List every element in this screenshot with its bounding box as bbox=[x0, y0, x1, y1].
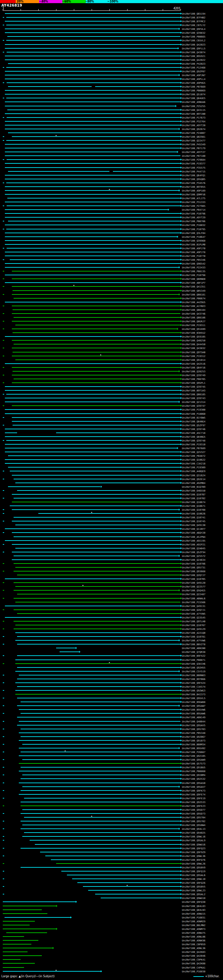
hit-label[interactable]: UniRef100_C6SVL2 bbox=[182, 39, 205, 42]
hit-bar[interactable] bbox=[3, 192, 180, 196]
hit-label[interactable]: UniRef100_A9NL06 bbox=[182, 935, 205, 938]
hit-label[interactable]: UniRef100_Q8GRJ7 bbox=[182, 320, 205, 323]
hit-bar[interactable] bbox=[3, 412, 180, 416]
hit-bar[interactable] bbox=[3, 816, 180, 819]
hit-label[interactable]: UniRef100_Q9SAW9 bbox=[182, 759, 205, 761]
hit-bar[interactable] bbox=[3, 827, 180, 831]
hit-label[interactable]: UniRef100_Q84NG5 bbox=[182, 436, 205, 438]
hit-label[interactable]: UniRef100_Q64FQ1 bbox=[182, 174, 205, 177]
hit-label[interactable]: UniRef100_Q9SQB5 bbox=[182, 178, 205, 181]
hit-bar[interactable] bbox=[3, 619, 180, 623]
hit-bar[interactable] bbox=[3, 216, 180, 220]
hit-bar[interactable] bbox=[3, 712, 180, 716]
hit-label[interactable]: UniRef100_A9PJ70 bbox=[182, 247, 205, 250]
hit-bar[interactable] bbox=[3, 92, 180, 96]
hit-bar[interactable] bbox=[3, 666, 180, 670]
hit-label[interactable]: UniRef100_B7FMC2 bbox=[182, 20, 205, 23]
hit-bar[interactable] bbox=[3, 489, 180, 493]
hit-label[interactable]: UniRef100_A9NM73 bbox=[182, 928, 205, 931]
hit-bar[interactable] bbox=[3, 85, 180, 89]
hit-bar[interactable] bbox=[3, 673, 180, 677]
hit-label[interactable]: UniRef100_Q84L03 bbox=[182, 905, 205, 908]
hit-label[interactable]: UniRef100_Q9SAS0 bbox=[182, 782, 205, 784]
hit-label[interactable]: UniRef100_P19300 bbox=[182, 409, 205, 411]
hit-bar[interactable] bbox=[3, 819, 180, 823]
hit-label[interactable]: UniRef100_Q3LF04 bbox=[182, 232, 205, 235]
hit-label[interactable]: UniRef100_B1Y8W5 bbox=[182, 417, 205, 419]
hit-label[interactable]: UniRef100_Q9Z105 bbox=[182, 755, 205, 757]
hit-label[interactable]: UniRef100_P06674 bbox=[182, 297, 205, 300]
hit-label[interactable]: UniRef100_Q95731 bbox=[182, 566, 205, 569]
hit-label[interactable]: UniRef100_B8V2T8 bbox=[182, 643, 205, 646]
hit-bar[interactable] bbox=[3, 247, 180, 250]
hit-label[interactable]: UniRef100_Q10708 bbox=[182, 509, 205, 511]
hit-label[interactable]: UniRef100_Q94025 bbox=[182, 832, 205, 834]
hit-label[interactable]: UniRef100_A9NUA6 bbox=[182, 101, 205, 103]
hit-label[interactable]: UniRef100_P19311 bbox=[182, 324, 205, 327]
hit-bar[interactable] bbox=[3, 512, 180, 515]
hit-bar[interactable] bbox=[3, 46, 180, 51]
hit-label[interactable]: UniRef100_A7YVW6 bbox=[182, 639, 205, 642]
hit-bar[interactable] bbox=[3, 854, 180, 858]
hit-bar[interactable] bbox=[3, 389, 180, 393]
hit-bar[interactable] bbox=[3, 100, 180, 104]
hit-bar[interactable] bbox=[3, 131, 180, 135]
hit-bar[interactable] bbox=[3, 643, 180, 646]
hit-label[interactable]: UniRef100_B9SVW6 bbox=[182, 708, 205, 711]
hit-label[interactable]: UniRef100_P18060 bbox=[182, 413, 205, 415]
hit-bar[interactable] bbox=[3, 739, 180, 743]
hit-bar[interactable] bbox=[3, 677, 180, 681]
hit-label[interactable]: UniRef100_Q107B5 bbox=[182, 578, 205, 581]
hit-label[interactable]: UniRef100_A7YVW5 bbox=[182, 612, 205, 615]
hit-bar[interactable] bbox=[3, 70, 180, 73]
hit-bar[interactable] bbox=[3, 792, 180, 797]
hit-bar[interactable] bbox=[3, 542, 180, 546]
hit-label[interactable]: UniRef100_Q9FE23 bbox=[182, 805, 205, 808]
hit-bar[interactable] bbox=[3, 150, 180, 154]
hit-bar[interactable] bbox=[3, 508, 180, 512]
hit-bar[interactable] bbox=[3, 612, 180, 616]
hit-bar[interactable] bbox=[3, 66, 180, 70]
hit-bar[interactable] bbox=[3, 585, 180, 589]
hit-bar[interactable] bbox=[3, 58, 180, 62]
hit-label[interactable]: UniRef100_Q84NG4 bbox=[182, 420, 205, 423]
hit-label[interactable]: UniRef100_Q22577 bbox=[182, 585, 205, 588]
hit-bar[interactable] bbox=[3, 23, 180, 27]
hit-bar[interactable] bbox=[3, 754, 180, 758]
hit-bar[interactable] bbox=[3, 119, 180, 123]
hit-label[interactable]: UniRef100_Q9WL10 bbox=[182, 878, 205, 881]
hit-label[interactable]: UniRef100_P29684 bbox=[182, 159, 205, 161]
hit-label[interactable]: UniRef100_Q9FLL5 bbox=[182, 47, 205, 50]
hit-bar[interactable] bbox=[3, 562, 180, 566]
hit-label[interactable]: UniRef100_Q9WL36 bbox=[182, 855, 205, 858]
hit-label[interactable]: UniRef100_Q92H55 bbox=[182, 667, 205, 669]
hit-label[interactable]: UniRef100_B9SAW6 bbox=[182, 712, 205, 715]
hit-bar[interactable] bbox=[3, 646, 180, 650]
hit-bar[interactable] bbox=[3, 458, 180, 462]
hit-bar[interactable] bbox=[3, 554, 180, 558]
hit-label[interactable]: UniRef100_Q9SAL6 bbox=[182, 874, 205, 877]
hit-label[interactable]: UniRef100_Q9WL26 bbox=[182, 862, 205, 865]
hit-bar[interactable] bbox=[3, 769, 180, 773]
hit-label[interactable]: UniRef100_Q92E14 bbox=[182, 478, 205, 481]
hit-bar[interactable] bbox=[3, 892, 180, 896]
hit-label[interactable]: UniRef100_P35575 bbox=[182, 167, 205, 169]
hit-label[interactable]: UniRef100_C1K218 bbox=[182, 462, 205, 465]
hit-bar[interactable] bbox=[3, 158, 180, 162]
hit-bar[interactable] bbox=[3, 912, 180, 916]
hit-bar[interactable] bbox=[3, 577, 180, 581]
hit-label[interactable]: UniRef100_Q39749 bbox=[182, 374, 205, 377]
hit-label[interactable]: UniRef100_P32764 bbox=[182, 120, 205, 123]
hit-label[interactable]: UniRef100_P24007 bbox=[182, 132, 205, 135]
hit-label[interactable]: UniRef100_A9PJN7 bbox=[182, 74, 205, 77]
hit-bar[interactable] bbox=[3, 362, 180, 366]
hit-label[interactable]: UniRef100_P04714 bbox=[182, 208, 205, 212]
hit-label[interactable]: UniRef100_A9ZMB4 bbox=[182, 482, 205, 485]
hit-label[interactable]: UniRef100_Q42022 bbox=[182, 59, 205, 62]
hit-label[interactable]: UniRef100_Q10671 bbox=[182, 505, 205, 508]
hit-label[interactable]: UniRef100_Q9WU10 bbox=[182, 897, 205, 900]
hit-label[interactable]: UniRef100_Q9S0W4 bbox=[182, 824, 205, 827]
hit-bar[interactable] bbox=[3, 843, 180, 846]
hit-label[interactable]: UniRef100_B1PLM0 bbox=[182, 243, 205, 246]
hit-bar[interactable] bbox=[3, 935, 180, 939]
